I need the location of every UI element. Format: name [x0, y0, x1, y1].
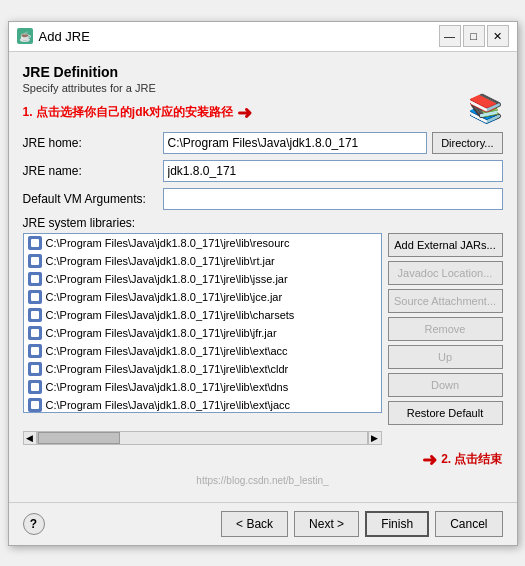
- directory-button[interactable]: Directory...: [432, 132, 502, 154]
- down-button[interactable]: Down: [388, 373, 503, 397]
- jar-icon: [28, 290, 42, 304]
- scroll-thumb: [38, 432, 120, 444]
- bottom-bar: ? < Back Next > Finish Cancel: [9, 502, 517, 545]
- section-subtitle: Specify attributes for a JRE: [23, 82, 503, 94]
- jre-home-input[interactable]: [163, 132, 428, 154]
- jre-name-row: JRE name:: [23, 160, 503, 182]
- library-list[interactable]: C:\Program Files\Java\jdk1.8.0_171\jre\l…: [23, 233, 382, 413]
- annotation-1: 1. 点击选择你自己的jdk对应的安装路径 ➜: [23, 102, 503, 124]
- remove-button[interactable]: Remove: [388, 317, 503, 341]
- default-vm-label: Default VM Arguments:: [23, 192, 163, 206]
- jar-icon: [28, 344, 42, 358]
- add-jre-window: ☕ Add JRE — □ ✕ 📚 JRE Definition Specify…: [8, 21, 518, 546]
- jre-home-label: JRE home:: [23, 136, 163, 150]
- jre-home-row: JRE home: Directory...: [23, 132, 503, 154]
- jre-name-label: JRE name:: [23, 164, 163, 178]
- default-vm-input[interactable]: [163, 188, 503, 210]
- libraries-label: JRE system libraries:: [23, 216, 503, 230]
- libraries-area: C:\Program Files\Java\jdk1.8.0_171\jre\l…: [23, 233, 503, 425]
- title-bar-left: ☕ Add JRE: [17, 28, 90, 44]
- list-item[interactable]: C:\Program Files\Java\jdk1.8.0_171\jre\l…: [24, 234, 381, 252]
- list-item[interactable]: C:\Program Files\Java\jdk1.8.0_171\jre\l…: [24, 252, 381, 270]
- watermark: https://blog.csdn.net/b_lestin_: [23, 475, 503, 486]
- jar-icon: [28, 398, 42, 412]
- source-attachment-button[interactable]: Source Attachment...: [388, 289, 503, 313]
- maximize-button[interactable]: □: [463, 25, 485, 47]
- finish-button[interactable]: Finish: [365, 511, 429, 537]
- list-item[interactable]: C:\Program Files\Java\jdk1.8.0_171\jre\l…: [24, 342, 381, 360]
- list-item[interactable]: C:\Program Files\Java\jdk1.8.0_171\jre\l…: [24, 324, 381, 342]
- next-button[interactable]: Next >: [294, 511, 359, 537]
- scroll-track[interactable]: [37, 431, 368, 445]
- title-bar: ☕ Add JRE — □ ✕: [9, 22, 517, 52]
- cancel-button[interactable]: Cancel: [435, 511, 502, 537]
- add-external-jars-button[interactable]: Add External JARs...: [388, 233, 503, 257]
- list-item[interactable]: C:\Program Files\Java\jdk1.8.0_171\jre\l…: [24, 396, 381, 413]
- content-area: 📚 JRE Definition Specify attributes for …: [9, 52, 517, 502]
- up-button[interactable]: Up: [388, 345, 503, 369]
- restore-default-button[interactable]: Restore Default: [388, 401, 503, 425]
- jar-icon: [28, 380, 42, 394]
- jre-name-input[interactable]: [163, 160, 503, 182]
- navigation-buttons: < Back Next > Finish Cancel: [221, 511, 502, 537]
- library-buttons: Add External JARs... Javadoc Location...…: [388, 233, 503, 425]
- arrow-icon-2: ➜: [422, 449, 437, 471]
- window-icon: ☕: [17, 28, 33, 44]
- javadoc-location-button[interactable]: Javadoc Location...: [388, 261, 503, 285]
- jar-icon: [28, 362, 42, 376]
- list-item[interactable]: C:\Program Files\Java\jdk1.8.0_171\jre\l…: [24, 360, 381, 378]
- jar-icon: [28, 236, 42, 250]
- arrow-icon-1: ➜: [237, 102, 252, 124]
- window-title: Add JRE: [39, 29, 90, 44]
- section-header: JRE Definition: [23, 64, 503, 80]
- close-button[interactable]: ✕: [487, 25, 509, 47]
- scroll-right-btn[interactable]: ▶: [368, 431, 382, 445]
- help-button[interactable]: ?: [23, 513, 45, 535]
- list-item[interactable]: C:\Program Files\Java\jdk1.8.0_171\jre\l…: [24, 306, 381, 324]
- annotation-2: ➜ 2. 点击结束: [23, 449, 503, 471]
- list-item[interactable]: C:\Program Files\Java\jdk1.8.0_171\jre\l…: [24, 378, 381, 396]
- title-bar-controls: — □ ✕: [439, 25, 509, 47]
- jar-icon: [28, 308, 42, 322]
- jar-icon: [28, 254, 42, 268]
- default-vm-row: Default VM Arguments:: [23, 188, 503, 210]
- horizontal-scrollbar[interactable]: ◀ ▶: [23, 431, 382, 445]
- jar-icon: [28, 272, 42, 286]
- minimize-button[interactable]: —: [439, 25, 461, 47]
- book-icon: 📚: [468, 92, 503, 125]
- list-item[interactable]: C:\Program Files\Java\jdk1.8.0_171\jre\l…: [24, 288, 381, 306]
- list-item[interactable]: C:\Program Files\Java\jdk1.8.0_171\jre\l…: [24, 270, 381, 288]
- scroll-left-btn[interactable]: ◀: [23, 431, 37, 445]
- jar-icon: [28, 326, 42, 340]
- back-button[interactable]: < Back: [221, 511, 288, 537]
